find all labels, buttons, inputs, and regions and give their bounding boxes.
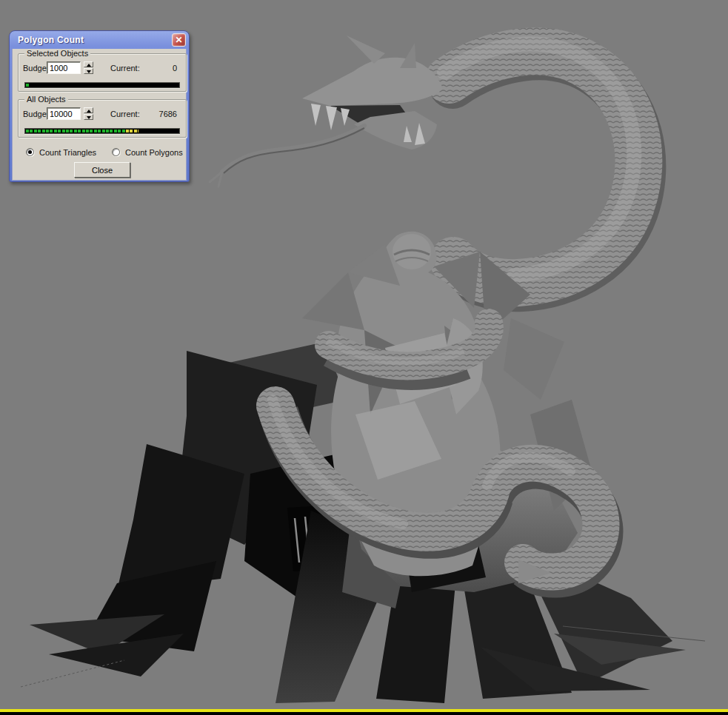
polygon-count-dialog: Polygon Count ✕ Selected Objects Budget:… xyxy=(9,30,190,182)
count-polygons-label[interactable]: Count Polygons xyxy=(125,148,183,157)
group-label: All Objects xyxy=(24,95,68,104)
dialog-title: Polygon Count xyxy=(18,35,84,45)
spinner-down-button[interactable] xyxy=(84,114,93,120)
selected-budget-input[interactable] xyxy=(47,61,81,74)
count-polygons-radio[interactable] xyxy=(112,148,120,156)
all-budget-input[interactable] xyxy=(47,107,81,120)
selected-budget-spinner xyxy=(84,61,93,74)
bottom-strip xyxy=(0,712,728,715)
selected-objects-group: Selected Objects Budget: Current: 0 xyxy=(18,53,187,92)
current-label: Current: xyxy=(110,110,140,118)
spinner-up-button[interactable] xyxy=(84,107,93,113)
close-icon[interactable]: ✕ xyxy=(172,33,186,47)
spinner-down-button[interactable] xyxy=(84,68,93,74)
viewport-3d[interactable]: Polygon Count ✕ Selected Objects Budget:… xyxy=(0,0,728,715)
dialog-body: Selected Objects Budget: Current: 0 All … xyxy=(12,49,187,181)
selected-current-value: 0 xyxy=(173,64,177,73)
group-label: Selected Objects xyxy=(24,49,90,58)
spinner-up-button[interactable] xyxy=(84,61,93,67)
all-progress-bar xyxy=(24,128,180,134)
close-glyph: ✕ xyxy=(175,35,182,45)
selected-progress-fill-green xyxy=(26,84,30,87)
all-progress-fill-green xyxy=(26,130,126,132)
dialog-titlebar[interactable]: Polygon Count ✕ xyxy=(12,33,187,49)
count-mode-options: Count Triangles Count Polygons xyxy=(13,147,186,158)
all-current-value: 7686 xyxy=(159,110,177,118)
current-label: Current: xyxy=(110,64,140,73)
close-button[interactable]: Close xyxy=(74,162,130,178)
all-objects-group: All Objects Budget: Current: 7686 xyxy=(18,99,187,138)
count-triangles-radio[interactable] xyxy=(26,148,34,156)
selected-progress-bar xyxy=(24,82,180,88)
count-triangles-label[interactable]: Count Triangles xyxy=(39,148,96,157)
all-budget-spinner xyxy=(84,107,93,120)
all-progress-fill-yellow xyxy=(126,130,138,132)
